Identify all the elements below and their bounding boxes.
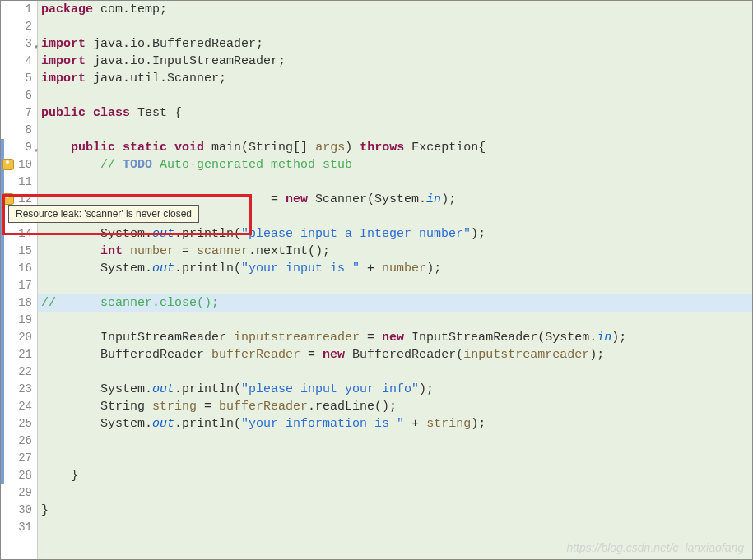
line-number: 15 <box>1 243 37 260</box>
line-number: 16 <box>1 260 37 277</box>
warning-icon[interactable] <box>2 159 14 170</box>
line-number: 22 <box>1 363 37 381</box>
code-line[interactable]: import java.io.BufferedReader; <box>38 35 752 53</box>
line-number: 26 <box>1 433 37 450</box>
watermark: https://blog.csdn.net/c_lanxiaofang <box>566 541 744 554</box>
line-number: 9▾ <box>1 139 37 156</box>
code-line[interactable] <box>38 18 752 35</box>
line-number: 2 <box>1 18 37 35</box>
code-line[interactable]: import java.util.Scanner; <box>38 70 752 87</box>
code-line[interactable]: System.out.println("please input your in… <box>38 381 752 398</box>
code-line[interactable]: } <box>38 502 752 519</box>
line-number: 8 <box>1 122 37 139</box>
line-number: 4 <box>1 53 37 70</box>
code-line[interactable]: } <box>38 467 752 484</box>
line-number: 27 <box>1 450 37 467</box>
line-number: 30 <box>1 502 37 519</box>
code-line[interactable]: System.out.println("your input is " + nu… <box>38 260 752 277</box>
line-number: 19 <box>1 312 37 329</box>
warning-icon[interactable] <box>2 193 14 205</box>
line-number: 14 <box>1 225 37 243</box>
line-number: 28 <box>1 467 37 484</box>
code-line[interactable]: public class Test { <box>38 104 752 122</box>
line-number: 23 <box>1 381 37 398</box>
code-line[interactable] <box>38 87 752 104</box>
code-line[interactable] <box>38 312 752 329</box>
code-line[interactable]: // scanner.close(); <box>38 294 752 312</box>
line-number: 25 <box>1 415 37 433</box>
code-line[interactable]: System.out.println("your information is … <box>38 415 752 433</box>
code-line[interactable] <box>38 122 752 139</box>
line-number: 21 <box>1 346 37 363</box>
line-number: 18 <box>1 294 37 312</box>
code-line[interactable]: public static void main(String[] args) t… <box>38 139 752 156</box>
line-number: 11 <box>1 174 37 191</box>
code-line[interactable] <box>38 174 752 191</box>
line-number: 6 <box>1 87 37 104</box>
code-line[interactable]: package com.temp; <box>38 1 752 18</box>
line-number: 31 <box>1 519 37 536</box>
code-line[interactable] <box>38 433 752 450</box>
line-number: 3▾ <box>1 35 37 53</box>
line-number: 24 <box>1 398 37 415</box>
code-editor-area[interactable]: package com.temp;import java.io.Buffered… <box>38 1 752 559</box>
code-line[interactable] <box>38 450 752 467</box>
code-line[interactable] <box>38 484 752 502</box>
line-number: 29 <box>1 484 37 502</box>
code-line[interactable]: System.out.println("please input a Integ… <box>38 225 752 243</box>
line-number: 7 <box>1 104 37 122</box>
code-line[interactable]: InputStreamReader inputstreamreader = ne… <box>38 329 752 346</box>
code-line[interactable]: // TODO Auto-generated method stub <box>38 156 752 174</box>
code-line[interactable]: import java.io.InputStreamReader; <box>38 53 752 70</box>
code-line[interactable] <box>38 519 752 536</box>
code-line[interactable]: String string = bufferReader.readLine(); <box>38 398 752 415</box>
code-line[interactable] <box>38 363 752 381</box>
line-number: 20 <box>1 329 37 346</box>
code-line[interactable] <box>38 277 752 294</box>
code-line[interactable]: int number = scanner.nextInt(); <box>38 243 752 260</box>
line-number: 1 <box>1 1 37 18</box>
warning-tooltip: Resource leak: 'scanner' is never closed <box>8 205 199 223</box>
line-number: 5 <box>1 70 37 87</box>
line-number: 10 <box>1 156 37 174</box>
line-number-gutter: 123▾456789▾10111213141516171819202122232… <box>1 1 38 559</box>
code-line[interactable]: BufferedReader bufferReader = new Buffer… <box>38 346 752 363</box>
line-number: 17 <box>1 277 37 294</box>
